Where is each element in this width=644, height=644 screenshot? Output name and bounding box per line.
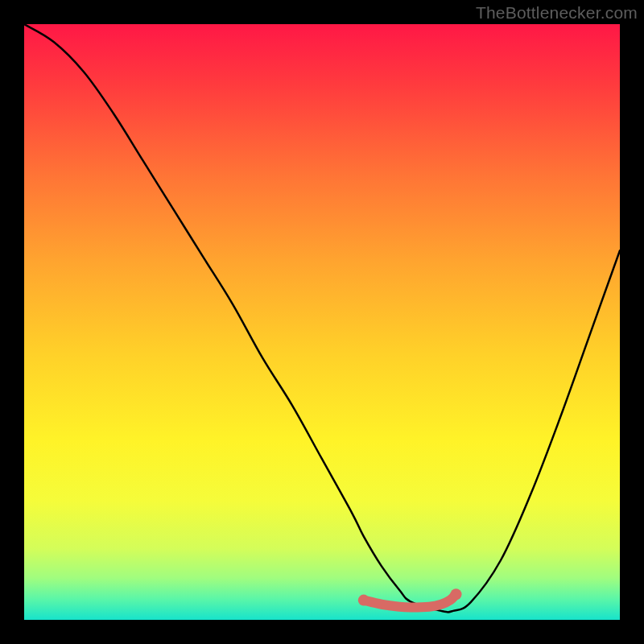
highlight-start-dot bbox=[358, 595, 369, 606]
highlight-end-dot bbox=[451, 588, 462, 600]
watermark-text: TheBottlenecker.com bbox=[476, 3, 638, 23]
bottleneck-chart bbox=[24, 24, 620, 620]
